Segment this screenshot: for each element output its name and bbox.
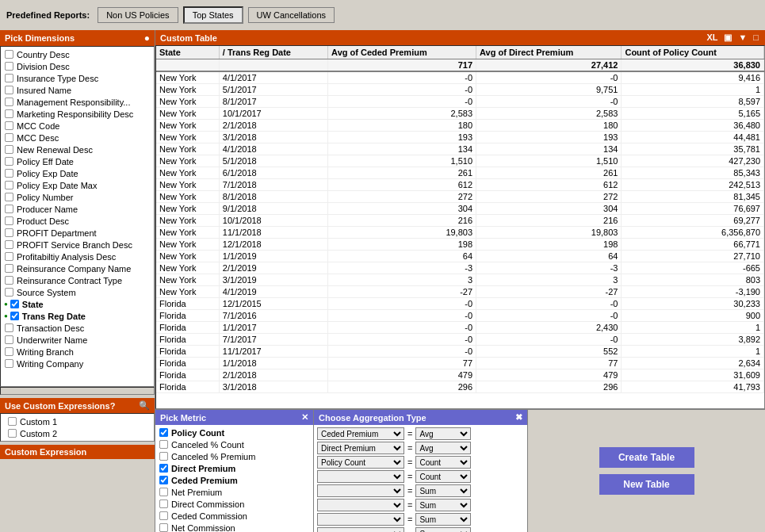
agg-metric-select[interactable]: Policy Count — [317, 456, 404, 469]
table-row: New York10/1/201821621669,277 — [156, 215, 764, 227]
table-grid-icon[interactable]: ▣ — [722, 33, 733, 43]
agg-type-select[interactable]: Count — [415, 456, 471, 469]
table-row: Florida3/1/201829629641,793 — [156, 381, 764, 393]
agg-type-select[interactable]: Sum — [415, 499, 471, 511]
main-layout: Pick Dimensions ● Country DescDivision D… — [0, 30, 765, 532]
pick-dimensions-title: Pick Dimensions — [5, 33, 75, 43]
metric-item[interactable]: Direct Premium — [159, 462, 310, 474]
agg-type-select[interactable]: Sum — [415, 527, 471, 532]
agg-metric-select[interactable] — [317, 527, 404, 532]
table-row: New York5/1/20181,5101,510427,230 — [156, 155, 764, 167]
metric-item[interactable]: Policy Count — [159, 427, 310, 438]
col-trans-reg-date: / Trans Reg Date — [219, 46, 327, 59]
metric-item[interactable]: Canceled % Count — [159, 438, 310, 450]
dimensions-list[interactable]: Country DescDivision DescInsurance Type … — [0, 46, 155, 387]
custom-expr-search-icon[interactable]: 🔍 — [139, 400, 150, 411]
agg-equals: = — [406, 443, 414, 453]
aggregation-close[interactable]: ✖ — [515, 412, 522, 423]
agg-metric-select[interactable]: Direct Premium — [317, 442, 404, 454]
table-row: Florida7/1/2016-0-0900 — [156, 310, 764, 322]
btn-top-states[interactable]: Top States — [183, 6, 243, 24]
pick-dimensions-icon[interactable]: ● — [144, 33, 150, 44]
agg-metric-select[interactable] — [317, 513, 404, 526]
dimension-item[interactable]: Country Desc — [1, 48, 154, 60]
dimension-item[interactable]: PROFIT Department — [1, 227, 154, 239]
dimension-item[interactable]: Writing Company — [1, 358, 154, 369]
agg-type-select[interactable]: Sum — [415, 513, 471, 526]
table-row: Florida12/1/2015-0-030,233 — [156, 298, 764, 310]
dimension-item[interactable]: MCC Desc — [1, 132, 154, 144]
dimension-item[interactable]: New Renewal Desc — [1, 144, 154, 155]
dimension-item[interactable]: Underwriter Name — [1, 334, 154, 346]
table-minimize-icon[interactable]: □ — [752, 33, 760, 43]
agg-metric-select[interactable] — [317, 470, 404, 483]
metric-item[interactable]: Net Commission — [159, 522, 310, 532]
dimension-item[interactable]: Policy Eff Date — [1, 155, 154, 167]
data-table-container[interactable]: State / Trans Reg Date Avg of Ceded Prem… — [155, 45, 765, 409]
dimension-item[interactable]: Division Desc — [1, 60, 154, 72]
metric-item[interactable]: Ceded Premium — [159, 474, 310, 486]
table-row: New York4/1/2017-0-09,416 — [156, 71, 764, 84]
col-count-policy: Count of Policy Count — [622, 46, 764, 59]
btn-non-us-policies[interactable]: Non US Policies — [98, 7, 178, 23]
dimensions-scrollbar[interactable] — [0, 387, 155, 395]
custom-expr-item[interactable]: Custom 1 — [4, 415, 151, 427]
table-row: New York4/1/2019-27-27-3,190 — [156, 286, 764, 298]
dimension-item[interactable]: Reinsurance Contract Type — [1, 274, 154, 286]
agg-equals: = — [406, 529, 414, 532]
dimension-item[interactable]: PROFIT Service Branch Desc — [1, 239, 154, 251]
dimension-item[interactable]: Producer Name — [1, 203, 154, 215]
table-header-row: State / Trans Reg Date Avg of Ceded Prem… — [156, 46, 764, 59]
custom-expr-item[interactable]: Custom 2 — [4, 427, 151, 439]
metric-item[interactable]: Direct Commission — [159, 498, 310, 510]
custom-expr-body: Custom 1Custom 2 — [0, 413, 155, 442]
agg-metric-select[interactable]: Ceded Premium — [317, 427, 404, 440]
aggregation-row: =Count — [317, 469, 524, 484]
agg-equals: = — [406, 515, 414, 524]
dimension-item[interactable]: Management Responsibility... — [1, 96, 154, 108]
dimension-item[interactable]: Insurance Type Desc — [1, 72, 154, 84]
metric-item[interactable]: Canceled % Premium — [159, 450, 310, 462]
table-row: Florida7/1/2017-0-03,892 — [156, 334, 764, 346]
table-row: New York7/1/2018612612242,513 — [156, 179, 764, 191]
aggregation-row: =Sum — [317, 484, 524, 498]
custom-table-header: Custom Table XL ▣ ▼ □ — [155, 30, 765, 45]
dimension-item[interactable]: Policy Exp Date — [1, 167, 154, 179]
dimension-item[interactable]: Reinsurance Company Name — [1, 262, 154, 274]
agg-type-select[interactable]: Avg — [415, 427, 471, 440]
aggregation-row: =Sum — [317, 512, 524, 526]
dimension-item[interactable]: Profitabiltiy Analysis Desc — [1, 251, 154, 262]
dimension-item[interactable]: Source System — [1, 286, 154, 298]
dimension-item[interactable]: State — [1, 298, 154, 310]
agg-equals: = — [406, 486, 414, 496]
dimension-item[interactable]: Writing Branch — [1, 346, 154, 358]
create-table-button[interactable]: Create Table — [599, 447, 694, 468]
btn-uw-cancellations[interactable]: UW Cancellations — [248, 7, 335, 23]
pick-metric-close[interactable]: ✕ — [301, 412, 308, 423]
agg-metric-select[interactable] — [317, 499, 404, 511]
dimension-item[interactable]: Policy Number — [1, 191, 154, 203]
table-row: Florida2/1/201847947931,609 — [156, 369, 764, 381]
dimension-item[interactable]: Policy Exp Date Max — [1, 179, 154, 191]
agg-type-select[interactable]: Count — [415, 470, 471, 483]
dimension-item[interactable]: Insured Name — [1, 84, 154, 96]
bottom-panels: Pick Metric ✕ Policy CountCanceled % Cou… — [155, 409, 765, 532]
dimension-item[interactable]: Marketing Responsibility Desc — [1, 108, 154, 120]
table-xl-btn[interactable]: XL — [705, 33, 719, 43]
agg-equals: = — [406, 457, 414, 467]
dimension-item[interactable]: MCC Code — [1, 120, 154, 132]
aggregation-title: Choose Aggregation Type — [319, 413, 426, 423]
agg-metric-select[interactable] — [317, 484, 404, 497]
dimension-item[interactable]: Transaction Desc — [1, 322, 154, 334]
table-down-icon[interactable]: ▼ — [736, 33, 748, 43]
agg-type-select[interactable]: Sum — [415, 484, 471, 497]
aggregation-header: Choose Aggregation Type ✖ — [314, 410, 527, 425]
metric-item[interactable]: Net Premium — [159, 486, 310, 498]
agg-type-select[interactable]: Avg — [415, 442, 471, 454]
aggregation-panel: Choose Aggregation Type ✖ Ceded Premium=… — [314, 410, 528, 532]
aggregation-row: Direct Premium=Avg — [317, 441, 524, 455]
dimension-item[interactable]: Trans Reg Date — [1, 310, 154, 322]
metric-item[interactable]: Ceded Commission — [159, 510, 310, 522]
dimension-item[interactable]: Product Desc — [1, 215, 154, 227]
new-table-button[interactable]: New Table — [599, 474, 694, 495]
